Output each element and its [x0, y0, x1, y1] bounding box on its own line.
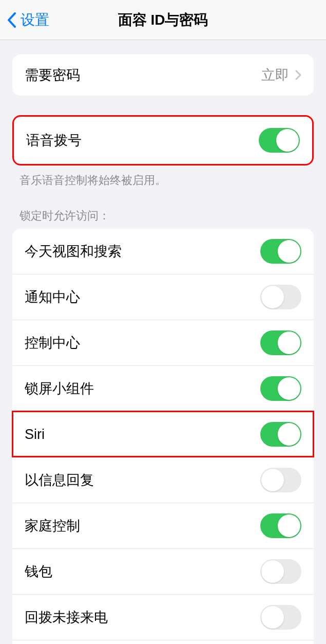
chevron-left-icon	[7, 12, 16, 28]
lock-access-item-toggle[interactable]	[260, 468, 301, 492]
lock-access-item-toggle[interactable]	[260, 513, 301, 538]
lock-access-item-label: 回拨未接来电	[25, 608, 108, 627]
voice-dial-group: 语音拨号	[12, 115, 314, 165]
voice-dial-label: 语音拨号	[26, 131, 82, 150]
require-passcode-label: 需要密码	[25, 66, 80, 84]
require-passcode-value: 立即	[261, 66, 289, 84]
lock-access-row: 以信息回复	[12, 457, 314, 503]
chevron-right-icon	[295, 70, 301, 80]
lock-access-item-label: 家庭控制	[25, 517, 80, 535]
lock-access-row: Siri	[12, 411, 314, 457]
lock-access-item-toggle[interactable]	[260, 422, 301, 447]
lock-access-item-label: 通知中心	[25, 288, 80, 306]
lock-access-row: 钱包	[12, 548, 314, 594]
lock-access-header: 锁定时允许访问：	[0, 208, 326, 229]
lock-access-item-label: 以信息回复	[25, 471, 94, 489]
lock-access-row: 控制中心	[12, 320, 314, 365]
require-passcode-group: 需要密码 立即	[12, 54, 314, 96]
lock-access-item-toggle[interactable]	[260, 605, 301, 630]
back-button[interactable]: 设置	[0, 10, 49, 30]
voice-dial-row: 语音拨号	[14, 117, 312, 164]
lock-access-row: 家庭控制	[12, 503, 314, 548]
back-label: 设置	[21, 10, 49, 30]
lock-access-item-toggle[interactable]	[260, 285, 301, 309]
lock-access-row: 今天视图和搜索	[12, 229, 314, 274]
lock-access-row: 回拨未接来电	[12, 594, 314, 640]
lock-access-item-label: 控制中心	[25, 334, 80, 352]
voice-dial-footer: 音乐语音控制将始终被启用。	[0, 165, 326, 189]
lock-access-item-label: Siri	[25, 427, 45, 443]
content: 需要密码 立即 语音拨号 音乐语音控制将始终被启用。 锁定时允许访问： 今天视图…	[0, 40, 326, 644]
lock-access-item-toggle[interactable]	[260, 376, 301, 401]
lock-access-item-toggle[interactable]	[260, 239, 301, 264]
lock-access-group: 今天视图和搜索通知中心控制中心锁屏小组件Siri以信息回复家庭控制钱包回拨未接来…	[12, 229, 314, 644]
require-passcode-row[interactable]: 需要密码 立即	[12, 54, 314, 96]
lock-access-item-toggle[interactable]	[260, 559, 301, 584]
navbar: 设置 面容 ID与密码	[0, 0, 326, 40]
voice-dial-toggle[interactable]	[259, 128, 300, 153]
lock-access-item-label: 今天视图和搜索	[25, 242, 122, 261]
require-passcode-value-wrap: 立即	[261, 66, 301, 84]
lock-access-row: 锁屏小组件	[12, 365, 314, 411]
lock-access-row: USB配件	[12, 640, 314, 644]
lock-access-item-label: 钱包	[25, 562, 52, 581]
lock-access-row: 通知中心	[12, 274, 314, 320]
lock-access-item-toggle[interactable]	[260, 330, 301, 355]
lock-access-item-label: 锁屏小组件	[25, 379, 94, 398]
